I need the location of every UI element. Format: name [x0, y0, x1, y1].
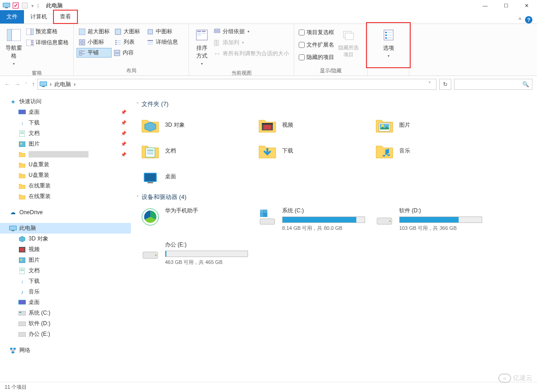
layout-list[interactable]: 列表	[112, 37, 145, 47]
tree-3d-objects[interactable]: 3D 对象	[0, 234, 131, 244]
file-extensions-toggle[interactable]: 文件扩展名	[297, 40, 336, 50]
file-extensions-checkbox[interactable]	[299, 42, 305, 48]
svg-rect-99	[260, 219, 275, 224]
folder-icon	[18, 151, 26, 158]
folder-icon	[18, 161, 26, 169]
tree-this-pc[interactable]: 此电脑	[0, 223, 131, 234]
tab-file[interactable]: 文件	[0, 10, 24, 23]
breadcrumb-this-pc[interactable]: 此电脑	[54, 81, 71, 88]
item-checkboxes-checkbox[interactable]	[299, 29, 305, 35]
svg-rect-58	[42, 86, 45, 87]
properties-icon[interactable]	[12, 2, 19, 9]
section-devices-header[interactable]: ˅设备和驱动器 (4)	[136, 193, 530, 201]
tree-desktop[interactable]: 桌面📌	[0, 107, 131, 117]
add-columns-button[interactable]: 添加列▾	[212, 38, 291, 47]
address-dropdown-icon[interactable]: ˅	[425, 81, 434, 88]
refresh-button[interactable]: ↻	[439, 79, 451, 90]
drive-d[interactable]: 软件 (D:) 103 GB 可用，共 366 GB	[372, 205, 490, 234]
tree-quick-access[interactable]: ★快速访问	[0, 96, 131, 107]
up-button[interactable]: ↑	[32, 81, 35, 88]
breadcrumb-sep[interactable]: ›	[74, 81, 76, 88]
minimize-button[interactable]: —	[475, 0, 496, 11]
maximize-button[interactable]: ☐	[496, 0, 516, 11]
svg-rect-33	[82, 53, 85, 54]
address-bar[interactable]: › 此电脑 › ˅	[37, 79, 437, 90]
svg-rect-53	[388, 35, 392, 35]
layout-extra-large-icons[interactable]: 超大图标	[77, 27, 112, 36]
tree-pictures[interactable]: 图片📌	[0, 139, 131, 149]
tree-usb2[interactable]: U盘重装	[0, 170, 131, 181]
tree-drive-d[interactable]: 软件 (D:)	[0, 318, 131, 329]
navigation-pane-button[interactable]: 导航窗格 ▾	[3, 26, 24, 68]
tree-usb1[interactable]: U盘重装	[0, 159, 131, 170]
tree-downloads[interactable]: ↓下载📌	[0, 117, 131, 128]
tree-videos[interactable]: 视频	[0, 244, 131, 255]
svg-rect-57	[40, 82, 47, 86]
add-columns-icon	[213, 39, 221, 47]
tree-downloads2[interactable]: ↓下载	[0, 276, 131, 287]
details-pane-button[interactable]: 详细信息窗格	[24, 38, 71, 47]
tree-drive-e[interactable]: 办公 (E:)	[0, 329, 131, 339]
options-button[interactable]: 选项 ▾	[376, 26, 401, 60]
preview-pane-button[interactable]: 预览窗格	[24, 27, 71, 36]
svg-point-105	[389, 221, 391, 222]
folder-desktop[interactable]: 桌面	[138, 164, 255, 189]
search-box[interactable]: 🔍	[454, 79, 532, 90]
qat-blank-icon[interactable]	[21, 2, 29, 9]
details-pane-label: 详细信息窗格	[35, 39, 69, 47]
layout-content[interactable]: 内容	[112, 48, 144, 58]
tree-documents[interactable]: 文档📌	[0, 128, 131, 139]
content-area[interactable]: ˅文件夹 (7) 3D 对象 视频 图片 文档 下载 音乐 桌面 ˅设备和驱动器…	[131, 93, 537, 382]
folder-documents[interactable]: 文档	[138, 138, 255, 164]
navigation-tree[interactable]: ★快速访问 桌面📌 ↓下载📌 文档📌 图片📌 📌 U盘重装 U盘重装 在线重装 …	[0, 93, 131, 382]
tree-onedrive[interactable]: ☁OneDrive	[0, 207, 131, 217]
size-all-columns-button[interactable]: 将所有列调整为合适的大小	[212, 49, 291, 59]
folder-music[interactable]: 音乐	[372, 138, 490, 164]
folder-3d-objects[interactable]: 3D 对象	[138, 112, 255, 138]
help-icon[interactable]: ?	[525, 16, 532, 23]
hidden-items-toggle[interactable]: 隐藏的项目	[297, 53, 336, 62]
hidden-items-checkbox[interactable]	[299, 54, 305, 60]
layout-small-icons[interactable]: 小图标	[77, 37, 112, 47]
layout-medium-icons[interactable]: 中图标	[145, 27, 177, 36]
sort-by-icon	[195, 28, 209, 42]
group-by-button[interactable]: 分组依据▾	[212, 27, 291, 36]
tree-network[interactable]: 网络	[0, 345, 131, 356]
layout-details[interactable]: 详细信息	[145, 37, 182, 47]
sort-by-button[interactable]: 排序方式 ▾	[192, 26, 212, 68]
tree-online2[interactable]: 在线重装	[0, 191, 131, 202]
tree-online1[interactable]: 在线重装	[0, 181, 131, 191]
tree-drive-c[interactable]: 系统 (C:)	[0, 308, 131, 318]
svg-rect-42	[202, 33, 206, 34]
section-folders-header[interactable]: ˅文件夹 (7)	[136, 100, 530, 108]
close-button[interactable]: ✕	[516, 0, 537, 11]
back-button[interactable]: ←	[5, 81, 10, 88]
forward-button[interactable]: →	[15, 81, 20, 88]
svg-rect-51	[388, 32, 392, 33]
tab-computer[interactable]: 计算机	[24, 10, 53, 23]
drive-e[interactable]: 办公 (E:) 463 GB 可用，共 465 GB	[138, 239, 255, 268]
collapse-ribbon-icon[interactable]: ^	[519, 17, 521, 23]
drive-huawei[interactable]: 华为手机助手	[138, 205, 255, 234]
tree-redacted[interactable]: 📌	[0, 149, 131, 159]
tab-view[interactable]: 查看	[53, 10, 77, 23]
folder-videos[interactable]: 视频	[255, 112, 372, 138]
svg-rect-44	[214, 31, 220, 33]
qat-dropdown-icon[interactable]: ▾	[31, 3, 34, 8]
layout-large-icons[interactable]: 大图标	[112, 27, 145, 36]
layout-tiles[interactable]: 平铺	[77, 48, 112, 58]
tree-documents2[interactable]: 文档	[0, 265, 131, 276]
drive-c[interactable]: 系统 (C:) 8.14 GB 可用，共 80.0 GB	[255, 205, 372, 234]
folder-pictures[interactable]: 图片	[372, 112, 490, 138]
svg-rect-4	[22, 3, 28, 8]
status-bar: 11 个项目	[0, 382, 537, 392]
tree-desktop2[interactable]: 桌面	[0, 297, 131, 308]
breadcrumb-sep[interactable]: ›	[50, 81, 52, 88]
status-item-count: 11 个项目	[5, 384, 27, 391]
hide-selected-button[interactable]: 隐藏所选项目	[336, 26, 361, 60]
recent-dropdown-icon[interactable]: ˅	[25, 82, 27, 87]
tree-pictures2[interactable]: 图片	[0, 255, 131, 265]
folder-downloads[interactable]: 下载	[255, 138, 372, 164]
item-checkboxes-toggle[interactable]: 项目复选框	[297, 28, 336, 37]
tree-music[interactable]: ♪音乐	[0, 287, 131, 297]
